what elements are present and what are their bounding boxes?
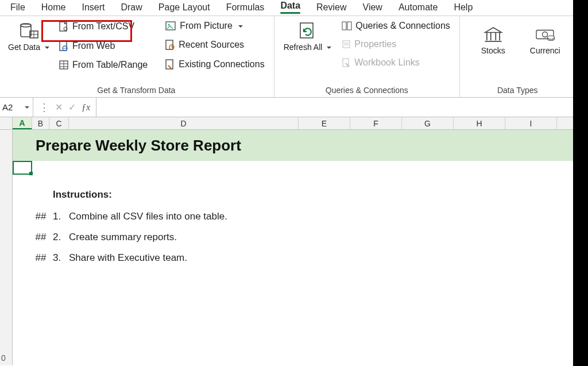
table-icon — [59, 60, 69, 70]
col-header-f[interactable]: F — [350, 117, 402, 129]
list-item: Share with Executive team. — [65, 248, 324, 268]
sheet-area[interactable]: Prepare Weekly Store Report Instructions… — [0, 130, 588, 365]
bank-icon — [483, 24, 504, 45]
database-icon — [18, 21, 39, 41]
hash-marker: ## — [32, 248, 49, 268]
col-header-h[interactable]: H — [454, 117, 505, 129]
col-header-a[interactable]: A — [13, 117, 32, 129]
dots-icon: ⋮ — [39, 101, 49, 114]
svg-point-34 — [548, 36, 555, 39]
globe-icon — [59, 40, 69, 52]
tab-insert[interactable]: Insert — [74, 1, 113, 15]
svg-point-15 — [168, 24, 170, 26]
hash-marker: ## — [32, 228, 49, 247]
formula-input[interactable] — [96, 98, 588, 117]
formula-bar: A2 ⋮ ✕ ✓ ƒx — [0, 98, 588, 117]
refresh-all-label: Refresh All — [284, 43, 332, 52]
tab-home[interactable]: Home — [33, 1, 74, 15]
recent-sources-button[interactable]: Recent Sources — [161, 37, 268, 53]
menu-tabs: File Home Insert Draw Page Layout Formul… — [0, 0, 588, 16]
tab-formulas[interactable]: Formulas — [218, 1, 273, 15]
name-box[interactable]: A2 — [0, 98, 33, 117]
workbook-links-button: Workbook Links — [338, 55, 454, 70]
picture-icon — [165, 21, 176, 31]
group-label-datatypes: Data Types — [466, 83, 570, 96]
col-header-i[interactable]: I — [505, 117, 557, 129]
list-num: 3. — [49, 248, 65, 268]
svg-rect-20 — [342, 22, 346, 30]
group-data-types: Stocks Currenci Data Types — [460, 16, 575, 97]
tab-review[interactable]: Review — [308, 1, 354, 15]
active-cell[interactable] — [13, 161, 32, 175]
refresh-all-button[interactable]: Refresh All — [280, 18, 335, 55]
existing-connections-button[interactable]: Existing Connections — [161, 56, 268, 72]
tab-view[interactable]: View — [355, 1, 390, 15]
get-data-button[interactable]: Get Data — [5, 18, 53, 55]
tab-automate[interactable]: Automate — [390, 1, 446, 15]
from-picture-button[interactable]: From Picture — [161, 18, 268, 33]
fx-icon[interactable]: ƒx — [82, 102, 90, 113]
hash-marker: ## — [32, 207, 49, 226]
currencies-button[interactable]: Currenci — [527, 22, 564, 58]
group-label-get-transform: Get & Transform Data — [5, 83, 268, 96]
select-all-corner[interactable] — [0, 117, 13, 129]
file-text-icon — [59, 21, 69, 32]
group-label-queries: Queries & Connections — [280, 83, 454, 96]
ribbon: Get Data From Text/CSV From Web — [0, 16, 588, 98]
column-headers: A B C D E F G H I — [0, 117, 588, 130]
connections-icon — [165, 59, 175, 70]
svg-point-32 — [543, 32, 548, 37]
col-header-g[interactable]: G — [402, 117, 454, 129]
svg-rect-18 — [166, 60, 173, 69]
col-header-e[interactable]: E — [299, 117, 350, 129]
recent-icon — [165, 39, 175, 51]
from-table-range-button[interactable]: From Table/Range — [55, 57, 151, 72]
refresh-icon — [297, 21, 318, 41]
properties-button: Properties — [338, 37, 454, 52]
currencies-label: Currenci — [530, 46, 560, 56]
group-get-transform: Get Data From Text/CSV From Web — [0, 16, 274, 97]
row-number-marker: 0 — [1, 353, 6, 363]
queries-icon — [342, 21, 352, 30]
link-icon — [342, 57, 351, 68]
stocks-label: Stocks — [481, 46, 505, 56]
currency-icon — [535, 24, 555, 45]
instructions-heading: Instructions: — [49, 185, 302, 205]
chevron-down-icon — [25, 106, 29, 111]
tab-data[interactable]: Data — [272, 0, 308, 16]
tab-page-layout[interactable]: Page Layout — [150, 1, 218, 15]
list-item: Combine all CSV files into one table. — [65, 207, 324, 226]
svg-rect-22 — [343, 41, 350, 48]
group-queries-connections: Refresh All Queries & Connections Proper… — [274, 16, 460, 97]
from-text-csv-button[interactable]: From Text/CSV — [55, 18, 151, 34]
list-item: Create summary reports. — [65, 228, 324, 247]
list-num: 2. — [49, 228, 65, 247]
queries-connections-button[interactable]: Queries & Connections — [338, 18, 454, 33]
from-web-button[interactable]: From Web — [55, 38, 151, 54]
title-cell[interactable]: Prepare Weekly Store Report — [13, 130, 588, 161]
col-header-c[interactable]: C — [49, 117, 69, 129]
properties-icon — [342, 40, 351, 49]
tab-help[interactable]: Help — [446, 1, 481, 15]
tab-draw[interactable]: Draw — [113, 1, 150, 15]
list-num: 1. — [49, 207, 65, 226]
svg-rect-21 — [347, 22, 351, 30]
window-edge — [573, 0, 588, 366]
get-data-label: Get Data — [8, 43, 49, 52]
row-headers — [0, 130, 13, 365]
col-header-b[interactable]: B — [32, 117, 49, 129]
col-header-d[interactable]: D — [69, 117, 299, 129]
tab-file[interactable]: File — [2, 1, 33, 15]
confirm-icon[interactable]: ✓ — [68, 102, 76, 113]
cancel-icon[interactable]: ✕ — [55, 102, 63, 113]
cells[interactable]: Prepare Weekly Store Report Instructions… — [13, 130, 588, 365]
stocks-button[interactable]: Stocks — [477, 22, 509, 58]
